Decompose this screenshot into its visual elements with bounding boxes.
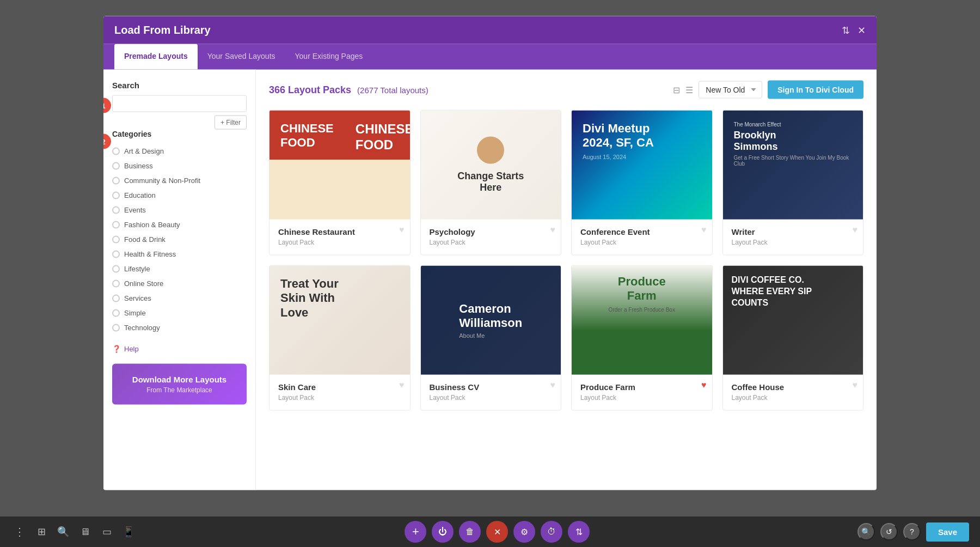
layout-card-skincare[interactable]: Treat YourSkin WithLove Skin Care Layout…	[269, 265, 411, 411]
category-item-community[interactable]: Community & Non-Profit	[112, 173, 247, 188]
category-checkbox-events	[112, 206, 120, 214]
layout-card-chinese[interactable]: ChineseFood Chinese Restaurant Layout Pa…	[269, 110, 411, 256]
card-heart-cv[interactable]: ♥	[550, 380, 556, 405]
card-heart-chinese[interactable]: ♥	[399, 225, 405, 250]
category-label-education: Education	[124, 191, 156, 199]
layout-card-writer[interactable]: The Monarch EffectBrooklynSimmonsGet a F…	[722, 110, 864, 256]
filter-button[interactable]: + Filter	[215, 116, 247, 130]
category-label-tech: Technology	[124, 324, 160, 332]
close-button[interactable]: ✕	[486, 521, 508, 543]
modal-header: Load From Library ⇅ ✕	[103, 16, 877, 44]
card-info-coffee: Coffee House Layout Pack ♥	[723, 375, 863, 410]
tab-existing[interactable]: Your Existing Pages	[285, 44, 373, 70]
category-item-lifestyle[interactable]: Lifestyle	[112, 262, 247, 276]
card-heart-produce[interactable]: ♥	[701, 380, 707, 405]
layout-card-produce[interactable]: ProduceFarmOrder a Fresh Produce Box Pro…	[571, 265, 713, 411]
download-section[interactable]: Download More Layouts From The Marketpla…	[112, 364, 247, 405]
category-item-health[interactable]: Health & Fitness	[112, 247, 247, 262]
layout-card-coffee[interactable]: DIVI COFFEE CO.WHERE EVERY SIPCOUNTS Cof…	[722, 265, 864, 411]
tablet-view-button[interactable]: ▭	[98, 523, 115, 540]
sign-in-button[interactable]: Sign In To Divi Cloud	[768, 81, 863, 99]
categories-list: Art & DesignBusinessCommunity & Non-Prof…	[112, 144, 247, 335]
sort-toolbar-button[interactable]: ⇅	[568, 521, 590, 543]
category-item-food[interactable]: Food & Drink	[112, 232, 247, 247]
card-title-produce: Produce Farm	[580, 382, 703, 392]
category-label-simple: Simple	[124, 309, 146, 317]
card-title-conference: Conference Event	[580, 227, 703, 236]
settings-button[interactable]: ⚙	[513, 521, 535, 543]
category-label-health: Health & Fitness	[124, 250, 176, 258]
help-link[interactable]: ❓ Help	[112, 345, 247, 353]
category-label-fashion: Fashion & Beauty	[124, 221, 180, 229]
power-button[interactable]: ⏻	[432, 521, 454, 543]
modal: Load From Library ⇅ ✕ Premade Layouts Yo…	[103, 27, 877, 501]
modal-tabs: Premade Layouts Your Saved Layouts Your …	[103, 44, 877, 70]
card-subtitle-skincare: Layout Pack	[278, 394, 401, 402]
step-1-indicator: 1	[103, 98, 111, 113]
tab-premade[interactable]: Premade Layouts	[114, 44, 198, 70]
category-item-business[interactable]: Business	[112, 159, 247, 173]
category-item-simple[interactable]: Simple	[112, 306, 247, 320]
sort-icon[interactable]: ⇅	[842, 24, 850, 36]
toolbar-search-button[interactable]: 🔍	[857, 523, 875, 540]
desktop-view-button[interactable]: 🖥	[76, 523, 94, 540]
category-label-services: Services	[124, 294, 151, 302]
card-heart-coffee[interactable]: ♥	[853, 380, 858, 405]
categories-section: Categories Art & DesignBusinessCommunity…	[112, 123, 247, 335]
category-item-tech[interactable]: Technology	[112, 320, 247, 335]
card-heart-skincare[interactable]: ♥	[399, 380, 405, 405]
card-subtitle-conference: Layout Pack	[580, 239, 703, 246]
card-heart-writer[interactable]: ♥	[853, 225, 858, 250]
trash-button[interactable]: 🗑	[459, 521, 481, 543]
category-checkbox-fashion	[112, 221, 120, 228]
save-button[interactable]: Save	[926, 522, 969, 542]
pack-count: 366 Layout Packs	[269, 84, 351, 95]
layout-card-conference[interactable]: Divi Meetup2024, SF, CAAugust 15, 2024 C…	[571, 110, 713, 256]
main-content: 366 Layout Packs (2677 Total layouts) ⊟ …	[256, 70, 877, 490]
layout-count: 366 Layout Packs (2677 Total layouts)	[269, 84, 428, 95]
mobile-view-button[interactable]: 📱	[120, 523, 137, 540]
card-subtitle-cv: Layout Pack	[430, 394, 553, 402]
search-input[interactable]	[112, 95, 247, 112]
card-heart-psychology[interactable]: ♥	[550, 225, 556, 250]
card-image-coffee: DIVI COFFEE CO.WHERE EVERY SIPCOUNTS	[723, 266, 863, 375]
category-checkbox-art	[112, 147, 120, 155]
category-item-events[interactable]: Events	[112, 203, 247, 217]
add-button[interactable]: +	[405, 521, 426, 543]
history-button[interactable]: ⏱	[541, 521, 562, 543]
category-item-art[interactable]: Art & Design	[112, 144, 247, 159]
more-options-button[interactable]: ⋮	[11, 523, 28, 540]
card-image-chinese: ChineseFood	[270, 111, 410, 220]
toolbar-help-button[interactable]: ?	[903, 523, 921, 540]
card-info-skincare: Skin Care Layout Pack ♥	[270, 375, 410, 410]
bottom-toolbar: ⋮ ⊞ 🔍 🖥 ▭ 📱 + ⏻ 🗑 ✕ ⚙ ⏱ ⇅ 🔍 ↺ ? Save	[0, 516, 980, 547]
category-item-online[interactable]: Online Store	[112, 276, 247, 291]
help-icon: ❓	[112, 345, 121, 353]
card-info-cv: Business CV Layout Pack ♥	[421, 375, 561, 410]
card-image-cv: CameronWilliamsonAbout Me	[421, 266, 561, 375]
card-heart-conference[interactable]: ♥	[701, 225, 707, 250]
sort-select[interactable]: New To Old Old To New A-Z	[699, 81, 762, 99]
layout-card-cv[interactable]: CameronWilliamsonAbout Me Business CV La…	[420, 265, 562, 411]
toolbar-refresh-button[interactable]: ↺	[880, 523, 898, 540]
download-sub: From The Marketplace	[121, 386, 238, 394]
category-checkbox-community	[112, 177, 120, 184]
category-item-services[interactable]: Services	[112, 291, 247, 306]
category-checkbox-education	[112, 191, 120, 199]
card-title-writer: Writer	[732, 227, 855, 236]
category-item-fashion[interactable]: Fashion & Beauty	[112, 217, 247, 232]
search-button[interactable]: 🔍	[54, 523, 72, 540]
list-view-icon[interactable]: ☰	[685, 84, 693, 95]
tab-saved[interactable]: Your Saved Layouts	[198, 44, 285, 70]
category-checkbox-business	[112, 162, 120, 169]
category-item-education[interactable]: Education	[112, 188, 247, 203]
layout-card-psychology[interactable]: Change StartsHere Psychology Layout Pack…	[420, 110, 562, 256]
grid-view-icon[interactable]: ⊟	[673, 84, 680, 95]
category-checkbox-lifestyle	[112, 265, 120, 272]
card-image-conference: Divi Meetup2024, SF, CAAugust 15, 2024	[572, 111, 712, 220]
close-icon[interactable]: ✕	[857, 24, 866, 36]
card-image-skincare: Treat YourSkin WithLove	[270, 266, 410, 375]
grid-button[interactable]: ⊞	[33, 523, 50, 540]
download-title: Download More Layouts	[121, 375, 238, 384]
category-label-art: Art & Design	[124, 147, 164, 155]
